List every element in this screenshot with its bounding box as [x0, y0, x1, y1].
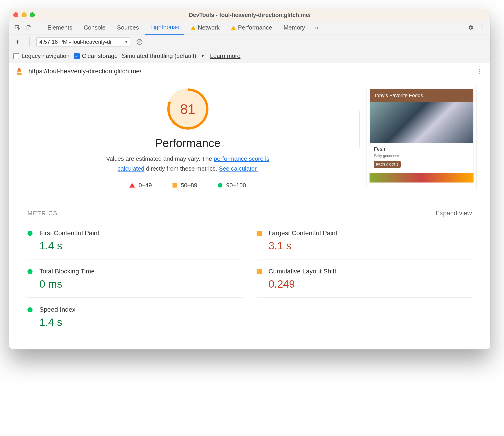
chevron-down-icon: ▼ — [201, 54, 205, 58]
category-title: Performance — [23, 136, 353, 150]
metric-label: Cumulative Layout Shift — [268, 268, 472, 275]
svg-line-4 — [138, 40, 141, 44]
circle-green-icon — [218, 183, 222, 188]
metric-label: Largest Contentful Paint — [268, 229, 472, 237]
legend-fail: 0–49 — [129, 182, 152, 189]
preview-image — [370, 102, 473, 143]
square-orange-icon — [173, 183, 177, 188]
lighthouse-icon — [15, 67, 24, 76]
checkbox-icon: ✓ — [74, 53, 80, 59]
tab-label: Elements — [47, 24, 72, 31]
tab-console[interactable]: Console — [79, 21, 110, 35]
metric-value: 0 ms — [39, 278, 243, 290]
device-toggle-icon[interactable] — [24, 23, 34, 33]
window-title: DevTools - foul-heavenly-direction.glitc… — [9, 12, 490, 18]
tab-label: Performance — [238, 24, 272, 31]
preview-image-2 — [369, 173, 474, 182]
checkbox-label: Clear storage — [82, 53, 118, 60]
warning-icon — [191, 26, 195, 30]
page-screenshot-preview: Tony's Favorite Foods Fesh Salty goodnes… — [367, 86, 477, 189]
report-selector-label: 4:57:16 PM - foul-heavenly-di — [39, 39, 111, 45]
inspect-icon[interactable] — [12, 23, 22, 33]
devtools-tabbar: Elements Console Sources Lighthouse Netw… — [9, 21, 490, 35]
metric-row[interactable]: Total Blocking Time0 ms — [27, 259, 243, 298]
tab-sources[interactable]: Sources — [112, 21, 144, 35]
metric-value: 1.4 s — [39, 316, 243, 328]
tab-network[interactable]: Network — [186, 21, 225, 35]
metric-status-icon — [27, 307, 33, 312]
score-value: 81 — [167, 88, 209, 130]
score-legend: 0–49 50–89 90–100 — [23, 182, 353, 189]
tab-label: Memory — [284, 24, 305, 31]
report-url: https://foul-heavenly-direction.glitch.m… — [28, 68, 470, 75]
metric-row[interactable]: Largest Contentful Paint3.1 s — [257, 221, 472, 259]
lighthouse-subbar: + 4:57:16 PM - foul-heavenly-di — [9, 35, 490, 49]
metric-row[interactable]: Speed Index1.4 s — [27, 298, 243, 336]
clear-storage-checkbox[interactable]: ✓ Clear storage — [74, 53, 118, 60]
throttling-label: Simulated throttling (default) — [122, 53, 196, 60]
tab-label: Lighthouse — [150, 24, 179, 31]
metric-status-icon — [27, 231, 33, 236]
metric-status-icon — [27, 269, 33, 274]
tab-label: Console — [84, 24, 105, 31]
tab-label: Sources — [117, 24, 139, 31]
report-selector[interactable]: 4:57:16 PM - foul-heavenly-di — [37, 37, 130, 46]
lighthouse-options: Legacy navigation ✓ Clear storage Simula… — [9, 49, 490, 63]
metric-value: 0.249 — [268, 278, 472, 290]
metric-value: 1.4 s — [39, 239, 243, 252]
legend-pass: 90–100 — [218, 182, 246, 189]
metric-row[interactable]: First Contentful Paint1.4 s — [27, 221, 243, 259]
checkbox-icon — [13, 53, 19, 59]
triangle-red-icon — [129, 183, 135, 188]
tab-performance[interactable]: Performance — [226, 21, 277, 35]
see-calculator-link[interactable]: See calculator. — [219, 165, 258, 172]
svg-rect-2 — [29, 27, 31, 30]
tab-label: Network — [198, 24, 220, 31]
tab-lighthouse[interactable]: Lighthouse — [145, 21, 184, 35]
report-url-row: https://foul-heavenly-direction.glitch.m… — [9, 63, 490, 79]
preview-card-button: PROS & CONS — [374, 161, 401, 168]
metrics-section: METRICS Expand view First Contentful Pai… — [9, 203, 490, 349]
checkbox-label: Legacy navigation — [21, 53, 70, 60]
report-menu-icon[interactable]: ⋮ — [475, 66, 485, 76]
metric-row[interactable]: Cumulative Layout Shift0.249 — [257, 259, 472, 298]
kebab-menu-icon[interactable]: ⋮ — [477, 23, 487, 33]
metrics-title: METRICS — [27, 210, 57, 217]
divider — [359, 111, 360, 148]
clear-icon[interactable] — [135, 37, 145, 47]
gear-icon[interactable] — [466, 23, 476, 33]
metric-label: First Contentful Paint — [39, 229, 243, 237]
preview-card-sub: Salty goodness — [374, 154, 469, 158]
legend-average: 50–89 — [173, 182, 197, 189]
metric-value: 3.1 s — [268, 239, 472, 252]
devtools-window: DevTools - foul-heavenly-direction.glitc… — [9, 9, 490, 349]
throttling-select[interactable]: Simulated throttling (default) ▼ — [122, 53, 205, 60]
titlebar: DevTools - foul-heavenly-direction.glitc… — [9, 9, 490, 21]
score-gauge: 81 — [167, 88, 209, 130]
score-description: Values are estimated and may vary. The p… — [96, 154, 279, 173]
learn-more-link[interactable]: Learn more — [210, 53, 240, 60]
expand-view-toggle[interactable]: Expand view — [436, 209, 472, 217]
warning-icon — [231, 26, 236, 30]
preview-header: Tony's Favorite Foods — [370, 89, 473, 102]
report-summary: 81 Performance Values are estimated and … — [9, 79, 490, 203]
separator — [38, 23, 38, 32]
new-report-button[interactable]: + — [12, 37, 22, 46]
performance-summary: 81 Performance Values are estimated and … — [23, 86, 353, 189]
metric-status-icon — [257, 231, 262, 236]
metric-label: Speed Index — [39, 306, 243, 313]
separator — [29, 37, 29, 46]
tab-memory[interactable]: Memory — [279, 21, 310, 35]
legacy-navigation-checkbox[interactable]: Legacy navigation — [13, 53, 70, 60]
preview-card-title: Fesh — [374, 146, 469, 152]
tab-elements[interactable]: Elements — [42, 21, 77, 35]
metric-status-icon — [257, 269, 262, 274]
metric-label: Total Blocking Time — [39, 268, 243, 275]
more-tabs-icon[interactable]: » — [312, 23, 322, 33]
